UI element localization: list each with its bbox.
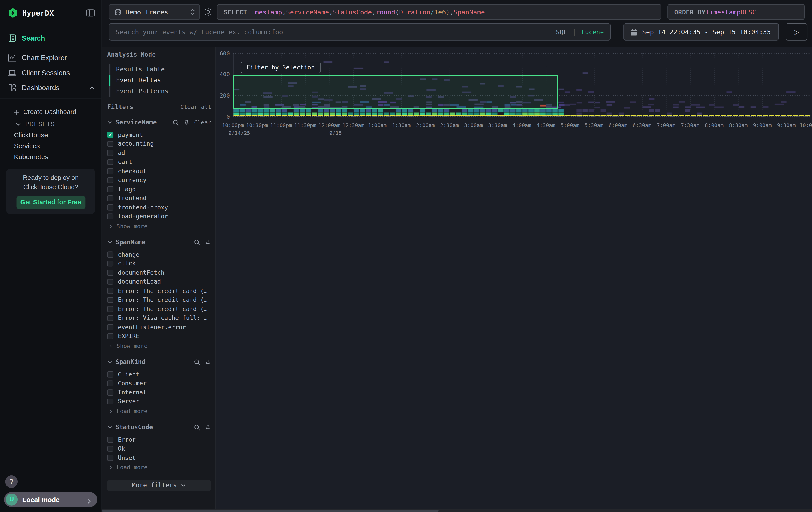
lucene-mode-toggle[interactable]: Lucene bbox=[581, 28, 604, 36]
chart-selection-region[interactable] bbox=[233, 75, 558, 109]
clear-group-button[interactable]: Clear bbox=[194, 119, 211, 126]
analysis-mode-event-patterns[interactable]: Event Patterns bbox=[109, 86, 211, 97]
filter-option-error[interactable]: Error bbox=[107, 435, 211, 444]
checkbox[interactable] bbox=[107, 324, 113, 330]
sidebar-collapse-icon[interactable] bbox=[86, 9, 95, 17]
filter-option-client[interactable]: Client bbox=[107, 370, 211, 379]
filter-option-consumer[interactable]: Consumer bbox=[107, 379, 211, 388]
search-icon[interactable] bbox=[172, 119, 179, 126]
filter-option-error-the-credit-card-[interactable]: Error: The credit card (… bbox=[107, 286, 211, 295]
filter-option-flagd[interactable]: flagd bbox=[107, 185, 211, 194]
checkbox[interactable] bbox=[107, 436, 113, 442]
checkbox[interactable] bbox=[107, 141, 113, 147]
source-select[interactable]: Demo Traces bbox=[109, 4, 200, 20]
checkbox[interactable] bbox=[107, 177, 113, 183]
time-range-picker[interactable]: Sep 14 22:04:35 - Sep 15 10:04:35 bbox=[624, 23, 779, 41]
filter-option-load-generator[interactable]: load-generator bbox=[107, 212, 211, 221]
checkbox[interactable] bbox=[107, 399, 113, 404]
filter-option-change[interactable]: change bbox=[107, 250, 211, 259]
filter-option-unset[interactable]: Unset bbox=[107, 453, 211, 462]
sql-mode-toggle[interactable]: SQL bbox=[556, 28, 567, 36]
checkbox[interactable] bbox=[107, 297, 113, 303]
sidebar-item-dashboards[interactable]: Dashboards bbox=[0, 80, 102, 96]
checkbox[interactable] bbox=[107, 333, 113, 339]
checkbox[interactable] bbox=[107, 261, 113, 266]
filter-option-currency[interactable]: currency bbox=[107, 176, 211, 185]
load-more-button[interactable]: Load more bbox=[107, 407, 211, 415]
more-filters-button[interactable]: More filters bbox=[107, 480, 211, 491]
checkbox[interactable] bbox=[107, 380, 113, 386]
checkbox[interactable] bbox=[107, 279, 113, 285]
checkbox[interactable] bbox=[107, 168, 113, 174]
preset-item-clickhouse[interactable]: ClickHouse bbox=[0, 130, 102, 140]
run-query-button[interactable]: ▷ bbox=[786, 23, 807, 41]
horizontal-scrollbar[interactable] bbox=[102, 509, 812, 512]
filter-option-internal[interactable]: Internal bbox=[107, 388, 211, 397]
sidebar-item-chart-explorer[interactable]: Chart Explorer bbox=[0, 50, 102, 65]
checkbox[interactable] bbox=[107, 455, 113, 461]
filter-group-header[interactable]: SpanName bbox=[107, 237, 211, 247]
search-icon[interactable] bbox=[194, 359, 200, 365]
pin-icon[interactable] bbox=[205, 239, 211, 246]
show-more-button[interactable]: Show more bbox=[107, 342, 211, 350]
pin-icon[interactable] bbox=[205, 359, 211, 365]
filter-option-cart[interactable]: cart bbox=[107, 157, 211, 166]
search-icon[interactable] bbox=[194, 239, 200, 246]
filter-option-documentfetch[interactable]: documentFetch bbox=[107, 268, 211, 277]
checkbox[interactable] bbox=[107, 204, 113, 210]
analysis-mode-results-table[interactable]: Results Table bbox=[109, 64, 211, 75]
filter-option-checkout[interactable]: checkout bbox=[107, 166, 211, 176]
filter-group-header[interactable]: SpanKind bbox=[107, 357, 211, 367]
pin-icon[interactable] bbox=[205, 424, 211, 431]
select-query-input[interactable]: SELECT Timestamp, ServiceName, StatusCod… bbox=[217, 4, 661, 20]
filter-option-frontend[interactable]: frontend bbox=[107, 194, 211, 203]
search-icon[interactable] bbox=[194, 424, 200, 431]
checkbox[interactable] bbox=[107, 251, 113, 258]
filter-option-click[interactable]: click bbox=[107, 259, 211, 268]
checkbox[interactable] bbox=[107, 270, 113, 276]
filter-by-selection-button[interactable]: Filter by Selection bbox=[241, 61, 320, 73]
checkbox[interactable] bbox=[107, 306, 113, 312]
filter-option-accounting[interactable]: accounting bbox=[107, 139, 211, 148]
preset-item-services[interactable]: Services bbox=[0, 140, 102, 152]
checkbox[interactable] bbox=[107, 288, 113, 294]
create-dashboard-button[interactable]: Create Dashboard bbox=[0, 106, 102, 118]
filter-option-documentload[interactable]: documentLoad bbox=[107, 277, 211, 286]
help-button[interactable]: ? bbox=[5, 476, 18, 488]
filter-option-eventlistener-error[interactable]: eventListener.error bbox=[107, 323, 211, 332]
checkbox[interactable] bbox=[107, 389, 113, 395]
sidebar-item-search[interactable]: Search bbox=[0, 30, 102, 46]
checkbox[interactable] bbox=[107, 150, 113, 156]
checkbox[interactable] bbox=[107, 195, 113, 201]
get-started-button[interactable]: Get Started for Free bbox=[16, 196, 85, 209]
pin-icon[interactable] bbox=[183, 119, 190, 126]
checkbox[interactable] bbox=[107, 213, 113, 219]
gear-icon[interactable] bbox=[203, 7, 213, 17]
presets-toggle[interactable]: PRESETS bbox=[0, 118, 102, 130]
filter-option-expire[interactable]: EXPIRE bbox=[107, 331, 211, 341]
filter-group-header[interactable]: StatusCode bbox=[107, 422, 211, 433]
checkbox[interactable] bbox=[107, 159, 113, 165]
user-menu[interactable]: U Local mode bbox=[4, 492, 97, 507]
checkbox[interactable] bbox=[107, 315, 113, 321]
show-more-button[interactable]: Show more bbox=[107, 222, 211, 230]
filter-group-header[interactable]: ServiceNameClear bbox=[107, 117, 211, 128]
order-by-input[interactable]: ORDER BY Timestamp DESC bbox=[667, 4, 805, 20]
clear-all-button[interactable]: Clear all bbox=[180, 104, 211, 110]
sidebar-item-client-sessions[interactable]: Client Sessions bbox=[0, 65, 102, 80]
filter-option-error-visa-cache-full-[interactable]: Error: Visa cache full: … bbox=[107, 314, 211, 323]
filter-option-error-the-credit-card-[interactable]: Error: The credit card (… bbox=[107, 304, 211, 314]
preset-item-kubernetes[interactable]: Kubernetes bbox=[0, 152, 102, 162]
filter-option-server[interactable]: Server bbox=[107, 397, 211, 406]
checkbox[interactable] bbox=[107, 132, 113, 138]
search-input[interactable] bbox=[115, 28, 552, 36]
filter-option-frontend-proxy[interactable]: frontend-proxy bbox=[107, 203, 211, 212]
checkbox[interactable] bbox=[107, 371, 113, 377]
filter-option-error-the-credit-card-[interactable]: Error: The credit card (… bbox=[107, 295, 211, 304]
checkbox[interactable] bbox=[107, 446, 113, 452]
filter-option-ok[interactable]: Ok bbox=[107, 444, 211, 453]
filter-option-payment[interactable]: payment bbox=[107, 130, 211, 139]
checkbox[interactable] bbox=[107, 186, 113, 192]
filter-option-ad[interactable]: ad bbox=[107, 148, 211, 157]
analysis-mode-event-deltas[interactable]: Event Deltas bbox=[109, 75, 211, 86]
